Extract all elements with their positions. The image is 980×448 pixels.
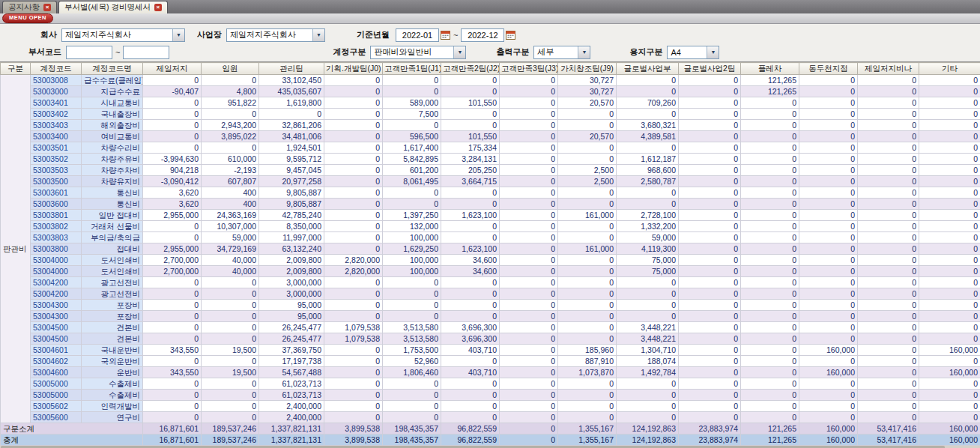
amount-cell[interactable]: 0 [799, 221, 858, 232]
amount-cell[interactable]: 0 [679, 97, 741, 109]
amount-cell[interactable]: 10,307,000 [202, 221, 259, 232]
amount-cell[interactable]: 32,861,206 [259, 120, 324, 131]
table-row[interactable]: 53003501차량수리비001,924,50101,617,400175,33… [1, 142, 980, 154]
amount-cell[interactable]: 0 [799, 131, 858, 142]
amount-cell[interactable]: 20,977,258 [259, 176, 324, 187]
amount-cell[interactable]: 7,500 [383, 109, 441, 120]
account-code-cell[interactable]: 53005602 [31, 401, 82, 412]
amount-cell[interactable]: 1,073,870 [558, 367, 617, 378]
amount-cell[interactable]: 100,000 [383, 232, 441, 243]
account-name-cell[interactable]: 수출제비 [82, 378, 143, 390]
amount-cell[interactable]: 0 [679, 367, 741, 378]
amount-cell[interactable]: 121,265 [741, 423, 799, 435]
amount-cell[interactable]: 0 [799, 390, 858, 401]
column-header[interactable]: 글로벌사업2팀 [679, 63, 741, 75]
amount-cell[interactable]: 0 [679, 165, 741, 176]
amount-cell[interactable]: -90,407 [143, 86, 202, 97]
amount-cell[interactable]: 0 [500, 277, 558, 288]
amount-cell[interactable]: 53,417,416 [858, 423, 919, 435]
amount-cell[interactable]: 0 [617, 277, 679, 288]
amount-cell[interactable]: 0 [500, 176, 558, 187]
amount-cell[interactable]: 0 [741, 288, 799, 300]
account-code-cell[interactable]: 53003600 [31, 199, 82, 210]
amount-cell[interactable]: 1,753,500 [383, 345, 441, 356]
account-name-cell[interactable]: 광고선전비 [82, 277, 143, 288]
table-row[interactable]: 53004500견본비0026,245,4771,079,5383,513,58… [1, 322, 980, 333]
amount-cell[interactable]: 189,537,246 [202, 435, 259, 446]
table-row[interactable]: 53003500차량유지비-3,090,412607,80720,977,258… [1, 176, 980, 187]
amount-cell[interactable]: 0 [919, 401, 980, 412]
amount-cell[interactable]: 0 [919, 322, 980, 333]
amount-cell[interactable]: 0 [143, 390, 202, 401]
amount-cell[interactable]: 59,000 [617, 232, 679, 243]
amount-cell[interactable]: 0 [143, 109, 202, 120]
amount-cell[interactable]: 0 [143, 75, 202, 86]
account-type-select[interactable]: 판매비와일반비 ▼ [370, 46, 466, 59]
amount-cell[interactable]: 0 [441, 390, 500, 401]
amount-cell[interactable]: 0 [500, 243, 558, 255]
account-name-cell[interactable]: 포장비 [82, 311, 143, 322]
amount-cell[interactable]: 0 [617, 288, 679, 300]
amount-cell[interactable]: 0 [143, 97, 202, 109]
amount-cell[interactable]: 198,435,357 [383, 435, 441, 446]
amount-cell[interactable]: 0 [202, 277, 259, 288]
amount-cell[interactable]: 34,729,169 [202, 243, 259, 255]
amount-cell[interactable]: 0 [858, 311, 919, 322]
amount-cell[interactable]: 0 [919, 266, 980, 277]
amount-cell[interactable]: 0 [858, 367, 919, 378]
column-header[interactable]: 계정코드 [31, 63, 82, 75]
amount-cell[interactable]: 0 [741, 131, 799, 142]
amount-cell[interactable]: 0 [558, 390, 617, 401]
column-header[interactable]: 임원 [202, 63, 259, 75]
amount-cell[interactable]: 0 [259, 109, 324, 120]
amount-cell[interactable]: 0 [741, 120, 799, 131]
amount-cell[interactable]: 61,023,713 [259, 390, 324, 401]
amount-cell[interactable]: 101,550 [441, 97, 500, 109]
amount-cell[interactable]: 0 [324, 288, 383, 300]
amount-cell[interactable]: 0 [500, 435, 558, 446]
table-row[interactable]: 53004200광고선전비003,000,00000000000000 [1, 288, 980, 300]
amount-cell[interactable]: 0 [741, 390, 799, 401]
table-row[interactable]: 53004300포장비0095,00000000000000 [1, 300, 980, 311]
table-row[interactable]: 판관비53003008급수수료(클레임)0033,102,450000030,7… [1, 75, 980, 86]
amount-cell[interactable]: 0 [324, 86, 383, 97]
amount-cell[interactable]: 0 [919, 210, 980, 221]
amount-cell[interactable]: 0 [202, 75, 259, 86]
column-header[interactable]: 구분 [1, 63, 31, 75]
amount-cell[interactable]: 0 [441, 288, 500, 300]
amount-cell[interactable]: 0 [858, 97, 919, 109]
amount-cell[interactable]: 1,332,200 [617, 221, 679, 232]
amount-cell[interactable]: 0 [324, 356, 383, 367]
amount-cell[interactable]: 198,435,357 [383, 423, 441, 435]
account-code-cell[interactable]: 53003500 [31, 176, 82, 187]
amount-cell[interactable]: 0 [143, 401, 202, 412]
amount-cell[interactable]: 0 [858, 131, 919, 142]
amount-cell[interactable]: 0 [858, 210, 919, 221]
amount-cell[interactable]: 0 [500, 199, 558, 210]
table-row[interactable]: 53003502차량주유비-3,994,630610,0009,595,7120… [1, 154, 980, 165]
amount-cell[interactable]: 3,448,221 [617, 333, 679, 345]
amount-cell[interactable]: 0 [617, 412, 679, 423]
amount-cell[interactable]: 0 [324, 165, 383, 176]
amount-cell[interactable]: 3,620 [143, 187, 202, 199]
column-header[interactable]: 고객만족1팀(J1) [383, 63, 441, 75]
amount-cell[interactable]: 1,355,167 [558, 423, 617, 435]
amount-cell[interactable]: 160,000 [799, 435, 858, 446]
account-code-cell[interactable]: 53004000 [31, 255, 82, 266]
account-name-cell[interactable]: 시내교통비 [82, 97, 143, 109]
amount-cell[interactable]: 0 [858, 199, 919, 210]
amount-cell[interactable]: 0 [799, 232, 858, 243]
column-header[interactable]: 관리팀 [259, 63, 324, 75]
amount-cell[interactable]: 124,192,863 [617, 423, 679, 435]
amount-cell[interactable]: 0 [741, 221, 799, 232]
account-name-cell[interactable]: 견본비 [82, 322, 143, 333]
amount-cell[interactable]: 0 [741, 266, 799, 277]
amount-cell[interactable]: 0 [858, 322, 919, 333]
amount-cell[interactable]: 0 [919, 86, 980, 97]
amount-cell[interactable]: 8,061,495 [383, 176, 441, 187]
amount-cell[interactable]: 0 [558, 401, 617, 412]
amount-cell[interactable]: 20,570 [558, 131, 617, 142]
amount-cell[interactable]: 95,000 [259, 300, 324, 311]
amount-cell[interactable]: 0 [500, 401, 558, 412]
amount-cell[interactable]: 0 [324, 243, 383, 255]
